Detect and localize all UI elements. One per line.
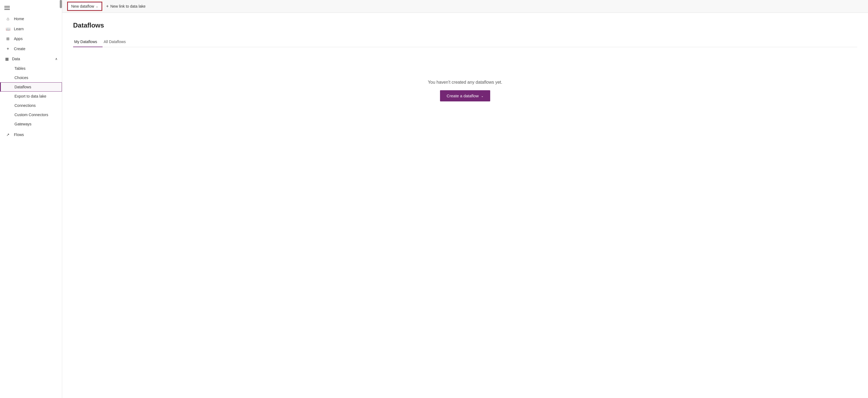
new-link-button[interactable]: + New link to data lake: [102, 2, 150, 10]
sidebar-item-create-label: Create: [14, 46, 25, 51]
apps-icon: ⊞: [5, 36, 11, 41]
data-chevron-icon: ∧: [55, 57, 58, 61]
tab-all-dataflows[interactable]: All Dataflows: [102, 37, 131, 47]
new-link-label: New link to data lake: [110, 4, 145, 8]
empty-state-text: You haven't created any dataflows yet.: [428, 80, 502, 85]
sidebar-sub-item-gateways[interactable]: Gateways: [0, 120, 62, 129]
create-icon: +: [5, 46, 11, 51]
sidebar: ⌂ Home 📖 Learn ⊞ Apps + Create ▦ Data ∧ …: [0, 0, 62, 398]
learn-icon: 📖: [5, 27, 11, 31]
sidebar-item-learn[interactable]: 📖 Learn: [0, 24, 62, 34]
scrollbar-thumb[interactable]: [60, 0, 62, 8]
tab-my-dataflows[interactable]: My Dataflows: [73, 37, 102, 47]
sidebar-item-create[interactable]: + Create: [0, 44, 62, 54]
create-dataflow-label: Create a dataflow: [446, 94, 479, 98]
sidebar-item-home[interactable]: ⌂ Home: [0, 13, 62, 24]
sidebar-item-learn-label: Learn: [14, 27, 24, 31]
new-link-plus-icon: +: [106, 4, 108, 9]
sidebar-item-flows-label: Flows: [14, 132, 24, 137]
hamburger-menu[interactable]: [0, 0, 62, 13]
sidebar-sub-item-connections[interactable]: Connections: [0, 101, 62, 110]
main-area: New dataflow ⌄ + New link to data lake D…: [62, 0, 868, 398]
create-dataflow-chevron-icon: ⌄: [481, 94, 484, 98]
sidebar-item-flows[interactable]: ↗ Flows: [0, 130, 62, 140]
create-dataflow-button[interactable]: Create a dataflow ⌄: [440, 90, 490, 101]
flows-icon: ↗: [5, 132, 11, 137]
sidebar-sub-item-custom-connectors[interactable]: Custom Connectors: [0, 110, 62, 120]
data-icon: ▦: [5, 57, 9, 61]
sidebar-sub-item-export-to-data-lake[interactable]: Export to data lake: [0, 92, 62, 101]
sidebar-sub-item-choices[interactable]: Choices: [0, 73, 62, 82]
sidebar-item-apps[interactable]: ⊞ Apps: [0, 34, 62, 44]
tabs-container: My Dataflows All Dataflows: [73, 37, 857, 47]
home-icon: ⌂: [5, 16, 11, 21]
sidebar-item-data-label: Data: [12, 57, 20, 61]
sidebar-item-apps-label: Apps: [14, 36, 23, 41]
page-content: Dataflows My Dataflows All Dataflows You…: [62, 13, 868, 398]
new-dataflow-label: New dataflow: [71, 4, 94, 8]
new-dataflow-chevron-icon: ⌄: [96, 5, 98, 8]
sidebar-item-home-label: Home: [14, 16, 24, 21]
new-dataflow-button[interactable]: New dataflow ⌄: [68, 2, 102, 10]
page-title: Dataflows: [73, 22, 857, 29]
sidebar-item-data[interactable]: ▦ Data ∧: [0, 54, 62, 64]
sidebar-sub-item-tables[interactable]: Tables: [0, 64, 62, 73]
toolbar: New dataflow ⌄ + New link to data lake: [62, 0, 868, 13]
sidebar-sub-item-dataflows[interactable]: Dataflows: [0, 82, 62, 92]
empty-state: You haven't created any dataflows yet. C…: [73, 58, 857, 123]
